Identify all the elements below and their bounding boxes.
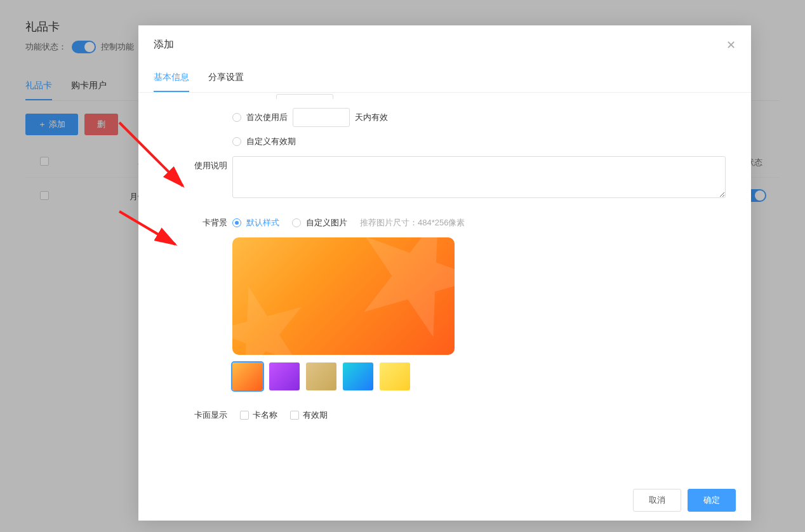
card-bg-row: 卡背景 默认样式 自定义图片 推荐图片尺寸：484*256像素: [164, 217, 726, 229]
cancel-button[interactable]: 取消: [633, 489, 681, 512]
validity-label: [164, 108, 227, 112]
radio-custom-validity[interactable]: [232, 137, 241, 146]
close-icon[interactable]: ✕: [726, 39, 736, 51]
swatch-blue[interactable]: [343, 362, 373, 390]
modal-footer: 取消 确定: [138, 480, 751, 521]
tab-share-settings[interactable]: 分享设置: [208, 64, 244, 92]
custom-image-label: 自定义图片: [306, 217, 347, 229]
swatch-row: [232, 362, 726, 390]
days-after-first-use-input[interactable]: [293, 108, 350, 127]
swatch-gold[interactable]: [306, 362, 336, 390]
card-preview: [232, 237, 455, 355]
instructions-row: 使用说明: [164, 156, 726, 198]
firstuse-left: 首次使用后: [246, 112, 288, 123]
checkbox-card-name[interactable]: [240, 411, 249, 420]
modal-title: 添加: [154, 38, 174, 51]
cut-off-row: 购买后 天内有效: [232, 94, 726, 99]
cut-right: 天内有效: [338, 98, 371, 99]
radio-first-use[interactable]: [232, 113, 241, 122]
modal-body[interactable]: 购买后 天内有效 首次使用后 天内有效 自定义有效期 使: [138, 93, 751, 480]
radio-default-style[interactable]: [232, 218, 241, 227]
add-modal: 添加 ✕ 基本信息 分享设置 购买后 天内有效 首次使用后 天内有效: [138, 25, 751, 521]
expiry-label: 有效期: [303, 409, 328, 421]
card-display-label: 卡面显示: [164, 409, 227, 421]
modal-header: 添加 ✕: [138, 25, 751, 64]
cut-left: 购买后: [246, 98, 271, 99]
instructions-textarea[interactable]: [232, 156, 726, 198]
ok-button[interactable]: 确定: [688, 489, 736, 512]
instructions-label: 使用说明: [164, 156, 227, 171]
days-after-purchase-input[interactable]: [276, 94, 333, 99]
swatch-orange[interactable]: [232, 362, 263, 390]
card-name-label: 卡名称: [253, 409, 277, 421]
modal-tabs: 基本信息 分享设置: [138, 64, 751, 93]
radio-custom-image[interactable]: [292, 218, 301, 227]
firstuse-right: 天内有效: [355, 112, 388, 123]
checkbox-expiry[interactable]: [290, 411, 299, 420]
tab-basic-info[interactable]: 基本信息: [154, 64, 189, 92]
validity-row: 首次使用后 天内有效 自定义有效期: [164, 108, 726, 147]
swatch-purple[interactable]: [269, 362, 300, 390]
swatch-yellow[interactable]: [380, 362, 410, 390]
custom-validity-label: 自定义有效期: [246, 136, 296, 147]
image-size-hint: 推荐图片尺寸：484*256像素: [360, 217, 465, 229]
card-bg-label: 卡背景: [164, 217, 227, 229]
card-display-row: 卡面显示 卡名称 有效期: [164, 409, 726, 421]
default-style-label: 默认样式: [246, 217, 279, 229]
